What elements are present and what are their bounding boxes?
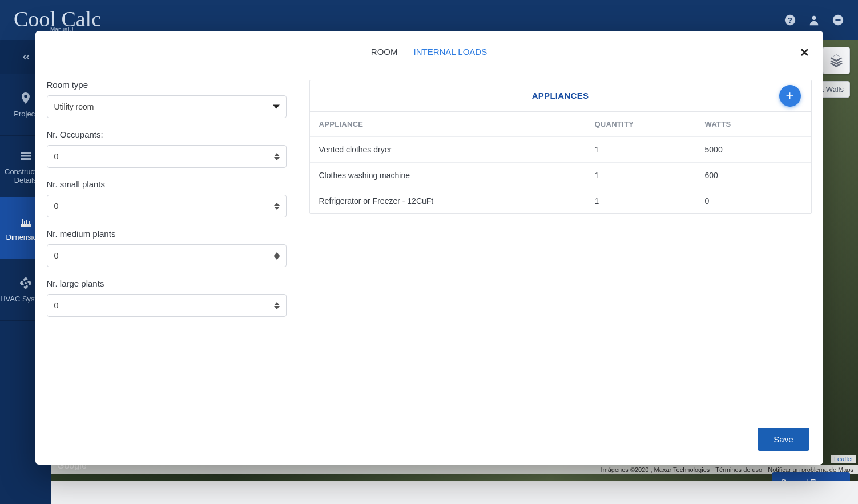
large-plants-label: Nr. large plants [47,279,287,288]
add-appliance-button[interactable]: + [779,85,801,107]
internal-loads-modal: ROOM INTERNAL LOADS ✕ Room type Utility … [35,31,823,465]
col-quantity: QUANTITY [585,112,695,137]
number-stepper[interactable] [274,299,283,312]
number-stepper[interactable] [274,199,283,213]
table-row[interactable]: Refrigerator or Freezer - 12CuFt 1 0 [310,188,811,214]
col-appliance: APPLIANCE [310,112,586,137]
occupants-label: Nr. Occupants: [47,130,287,139]
appliances-panel: APPLIANCES + APPLIANCE QUANTITY WATTS [309,80,812,214]
room-type-label: Room type [47,80,287,90]
small-plants-input[interactable] [47,195,287,217]
table-row[interactable]: Vented clothes dryer 1 5000 [310,137,811,163]
medium-plants-label: Nr. medium plants [47,229,287,239]
modal-header: ROOM INTERNAL LOADS ✕ [35,31,823,66]
small-plants-label: Nr. small plants [47,179,287,189]
chevron-down-icon [273,105,280,109]
plus-icon: + [786,88,793,104]
modal-overlay: ROOM INTERNAL LOADS ✕ Room type Utility … [0,0,858,504]
save-button[interactable]: Save [758,428,809,451]
number-stepper[interactable] [274,150,283,163]
close-icon[interactable]: ✕ [800,46,809,59]
appliances-column: APPLIANCES + APPLIANCE QUANTITY WATTS [309,80,812,418]
appliances-title: APPLIANCES [532,91,589,100]
large-plants-input[interactable] [47,294,287,317]
appliances-table: APPLIANCE QUANTITY WATTS Vented clothes … [310,112,811,213]
room-type-select[interactable]: Utility room [47,95,287,118]
col-watts: WATTS [696,112,811,137]
number-stepper[interactable] [274,249,283,263]
table-row[interactable]: Clothes washing machine 1 600 [310,163,811,188]
form-column: Room type Utility room Nr. Occupants: [47,80,287,418]
tab-internal-loads[interactable]: INTERNAL LOADS [414,47,488,57]
occupants-input[interactable] [47,145,287,168]
tab-room[interactable]: ROOM [371,47,398,57]
medium-plants-input[interactable] [47,244,287,267]
modal-footer: Save [35,418,823,465]
